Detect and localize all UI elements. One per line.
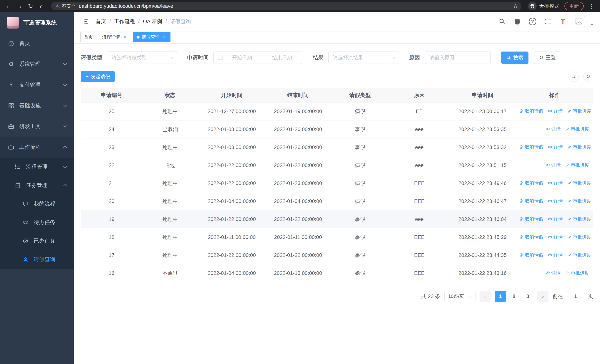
end-date-placeholder[interactable]: 结束日期 [265,54,299,61]
page-number-button[interactable]: 3 [522,291,533,302]
table-search-button[interactable] [569,72,579,82]
cancel-leave-link[interactable]: 取消请假 [519,216,543,222]
star-icon[interactable]: ☆ [511,2,520,10]
reason-input[interactable] [425,52,491,64]
breadcrumb-item[interactable]: 工作流程 [114,18,135,25]
table-row[interactable]: 17 处理中 2022-01-22 00:00:00 2022-01-22 00… [81,246,593,264]
prev-page-button[interactable]: ‹ [479,291,491,302]
page-number-button[interactable]: 1 [495,291,506,302]
detail-link[interactable]: 详情 [545,126,561,132]
security-warning-chip[interactable]: ⚠ 不安全 [56,3,75,9]
detail-link[interactable]: 详情 [548,144,563,150]
user-avatar[interactable] [573,16,585,28]
approval-progress-link[interactable]: 审批进度 [567,180,591,186]
app-logo[interactable]: 芋道管理系统 [0,12,74,33]
next-page-button[interactable]: › [537,291,548,302]
approval-progress-link[interactable]: 审批进度 [567,234,591,240]
sidebar-item-workflow[interactable]: 工作流程 [0,137,74,158]
font-size-icon[interactable]: T [558,16,568,27]
github-icon[interactable] [512,16,523,27]
create-leave-button[interactable]: + 发起请假 [81,71,115,82]
cancel-leave-link[interactable]: 取消请假 [519,234,543,240]
tab[interactable]: 流程详情 × [99,32,131,42]
search-icon[interactable] [497,16,507,27]
fullscreen-icon[interactable] [543,16,553,27]
approval-progress-link[interactable]: 审批进度 [567,198,591,204]
sidebar-item-todo-tasks[interactable]: 待办任务 [0,213,74,232]
close-icon[interactable]: × [162,35,167,40]
cancel-leave-link[interactable]: 取消请假 [519,108,543,114]
kebab-menu-icon[interactable]: ⋮ [587,1,596,11]
table-row[interactable]: 25 处理中 2021-12-27 00:00:00 2022-01-19 00… [81,102,593,120]
leave-table: 申请编号状态开始时间结束时间请假类型原因申请时间操作 25 处理中 2021-1… [81,88,593,282]
tab[interactable]: 首页 [80,32,96,42]
approval-progress-link[interactable]: 审批进度 [565,270,589,276]
close-icon[interactable]: × [122,35,127,40]
leave-type-select[interactable] [107,52,177,64]
sidebar-collapse-icon[interactable] [80,16,91,27]
table-refresh-button[interactable]: ↻ [583,72,593,82]
detail-link[interactable]: 详情 [548,234,563,240]
sidebar-item-infrastructure[interactable]: 基础设施 [0,95,74,116]
breadcrumb-item[interactable]: 首页 [96,18,106,25]
sidebar-item-done-tasks[interactable]: 已办任务 [0,232,74,250]
table-row[interactable]: 21 处理中 2022-01-22 00:00:00 2022-01-23 00… [81,174,593,192]
sidebar-item-my-processes[interactable]: 我的流程 [0,195,74,213]
cancel-leave-link[interactable]: 取消请假 [519,180,543,186]
page-number-button[interactable]: 2 [508,291,520,302]
help-icon[interactable]: ? [527,16,538,27]
page-size-select[interactable]: 10条/页 [444,291,476,302]
breadcrumb-item[interactable]: OA 示例 [143,18,162,25]
sidebar-item-payment-management[interactable]: ¥ 支付管理 [0,75,74,95]
leave-type-select-input[interactable] [107,52,177,64]
table-row[interactable]: 23 处理中 2022-01-03 00:00:00 2022-01-26 00… [81,138,593,156]
detail-link[interactable]: 详情 [548,252,563,258]
reload-icon[interactable]: ↻ [26,1,35,11]
table-row[interactable]: 18 处理中 2022-01-11 00:00:00 2022-01-11 00… [81,228,593,246]
approval-progress-link[interactable]: 审批进度 [567,108,591,114]
table-row[interactable]: 24 已取消 2022-01-03 00:00:00 2022-01-26 00… [81,120,593,138]
cancel-leave-link[interactable]: 取消请假 [519,198,543,204]
back-icon[interactable]: ← [4,1,13,11]
sidebar-item-home[interactable]: 首页 [0,33,74,54]
breadcrumb-separator: / [165,19,167,24]
approval-progress-link[interactable]: 审批进度 [567,216,591,222]
approval-progress-link[interactable]: 审批进度 [565,126,589,132]
table-row[interactable]: 16 不通过 2022-01-04 00:00:00 2022-01-13 00… [81,264,593,282]
cancel-leave-link[interactable]: 取消请假 [519,144,543,150]
goto-page-input[interactable] [567,291,584,302]
table-row[interactable]: 19 处理中 2022-01-22 00:00:00 2022-01-22 00… [81,210,593,228]
forward-icon[interactable]: → [15,1,24,11]
detail-link[interactable]: 详情 [548,198,563,204]
start-date-placeholder[interactable]: 开始日期 [225,54,259,61]
detail-link[interactable]: 详情 [545,162,561,168]
detail-link[interactable]: 详情 [545,270,561,276]
sidebar-item-dev-tools[interactable]: 研发工具 [0,116,74,137]
app-title: 芋道管理系统 [23,19,57,27]
tab[interactable]: 请假查询 × [133,32,170,42]
url-text[interactable]: dashboard.yudao.iocoder.cn/bpm/oa/leave [79,3,508,9]
cancel-leave-link[interactable]: 取消请假 [519,252,543,258]
detail-link[interactable]: 详情 [548,108,563,114]
cell-end-time: 2022-01-23 00:00:00 [265,174,330,192]
approval-progress-link[interactable]: 审批进度 [565,162,589,168]
sidebar-item-task-management[interactable]: 任务管理 [0,176,74,195]
caret-down-icon[interactable] [590,24,594,26]
sidebar-item-process-management[interactable]: 流程管理 [0,158,74,176]
detail-link[interactable]: 详情 [548,180,563,186]
detail-link[interactable]: 详情 [548,216,563,222]
search-button[interactable]: 搜索 [501,52,528,64]
result-select[interactable] [328,52,399,64]
result-select-input[interactable] [328,52,399,64]
address-bar[interactable]: ⚠ 不安全 dashboard.yudao.iocoder.cn/bpm/oa/… [51,2,521,10]
sidebar-item-leave-query[interactable]: 请假查询 [0,250,74,269]
table-row[interactable]: 20 处理中 2022-01-04 00:00:00 2022-01-04 00… [81,192,593,210]
home-icon[interactable]: ⌂ [37,1,46,11]
update-button[interactable]: 更新 [564,2,584,10]
table-row[interactable]: 22 通过 2022-01-22 00:00:00 2022-01-22 00:… [81,156,593,174]
reset-button[interactable]: ↻ 重置 [534,52,561,64]
approval-progress-link[interactable]: 审批进度 [567,144,591,150]
approval-progress-link[interactable]: 审批进度 [567,252,591,258]
date-range-picker[interactable]: 开始日期 - 结束日期 [214,52,302,64]
sidebar-item-system-management[interactable]: ⚙ 系统管理 [0,54,74,75]
